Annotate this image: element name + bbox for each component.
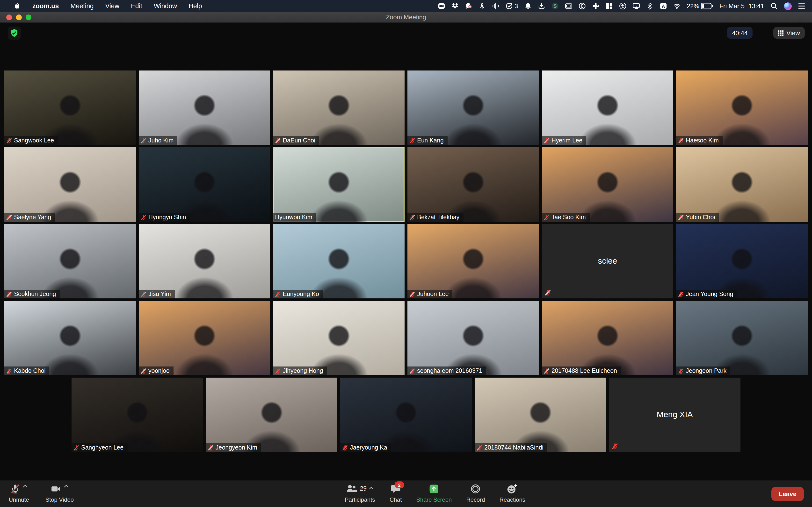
chat-button[interactable]: 2 Chat <box>390 481 402 507</box>
participant-tile[interactable]: Jean Young Song Jean Young Song <box>676 224 808 298</box>
participant-tile[interactable]: Hyunwoo Kim Hyunwoo Kim <box>273 147 405 222</box>
participant-tile[interactable]: Meng XIA Meng XIA <box>609 378 741 452</box>
waveform-icon[interactable] <box>492 2 500 10</box>
battery-percent: 22% <box>687 2 699 10</box>
participant-tile[interactable]: Hyerim Lee Hyerim Lee <box>542 70 673 145</box>
sidecar-icon[interactable] <box>565 2 572 10</box>
participant-name: Bekzat Tilekbay <box>417 214 459 221</box>
shottr-icon[interactable]: S <box>551 2 558 10</box>
participant-name: Hyungyu Shin <box>148 214 186 221</box>
participant-tile[interactable]: sclee sclee <box>542 224 673 298</box>
participant-tile[interactable]: 20180744 NabilaSindi 20180744 NabilaSind… <box>475 378 606 452</box>
dropbox-icon[interactable] <box>452 2 459 10</box>
leave-button[interactable]: Leave <box>771 487 804 501</box>
participant-silhouette <box>542 147 673 222</box>
muted-mic-icon <box>6 214 12 220</box>
view-button[interactable]: View <box>773 27 805 39</box>
unmute-label: Unmute <box>9 496 29 503</box>
siri-icon[interactable] <box>784 2 792 10</box>
chevron-up-icon[interactable] <box>64 485 69 488</box>
record-button[interactable]: Record <box>466 481 485 507</box>
blocks-icon[interactable] <box>605 2 613 10</box>
muted-mic-icon <box>141 137 146 144</box>
participant-name: Jeongyeon Kim <box>215 444 257 451</box>
participant-tile[interactable]: Tae Soo Kim Tae Soo Kim <box>542 147 673 222</box>
chevron-up-icon[interactable] <box>369 487 374 490</box>
zoom-window-button[interactable] <box>26 14 32 20</box>
participant-name-label: 20170488 Lee Euicheon <box>542 367 621 375</box>
accessibility-icon[interactable] <box>619 2 626 10</box>
participant-tile[interactable]: Seokhun Jeong Seokhun Jeong <box>4 224 136 298</box>
menu-clock[interactable]: Fri Mar 5 13:41 <box>719 2 764 10</box>
airplay-icon[interactable] <box>632 2 640 10</box>
muted-mic-icon <box>544 368 550 374</box>
menu-item-appname[interactable]: zoom.us <box>33 2 59 10</box>
participant-name-label: Kabdo Choi <box>4 367 50 375</box>
video-camera-icon[interactable] <box>438 2 445 10</box>
chevron-up-icon[interactable] <box>23 485 28 488</box>
minimize-window-button[interactable] <box>16 14 22 20</box>
participant-tile[interactable]: Bekzat Tilekbay Bekzat Tilekbay <box>407 147 539 222</box>
participant-tile[interactable]: 20170488 Lee Euicheon 20170488 Lee Euich… <box>542 301 673 375</box>
menu-item-view[interactable]: View <box>105 2 119 10</box>
close-window-button[interactable] <box>6 14 12 20</box>
tasks-check-icon[interactable]: 3 <box>506 2 518 10</box>
participant-name-label: Haesoo Kim <box>676 136 723 145</box>
security-shield-icon[interactable] <box>8 26 21 40</box>
stop-video-button[interactable]: Stop Video <box>45 481 74 507</box>
unmute-button[interactable]: Unmute <box>9 481 29 507</box>
participant-tile[interactable]: Sangwook Lee Sangwook Lee <box>4 70 136 145</box>
participant-tile[interactable]: Eunyoung Ko Eunyoung Ko <box>273 224 405 298</box>
participant-silhouette <box>4 70 136 145</box>
zero-circle-icon[interactable] <box>578 2 586 10</box>
participant-tile[interactable]: Jisu Yim Jisu Yim <box>139 224 270 298</box>
participant-tile[interactable]: Juhoon Lee Juhoon Lee <box>407 224 539 298</box>
share-screen-button[interactable]: Share Screen <box>416 481 452 507</box>
menu-item-edit[interactable]: Edit <box>131 2 142 10</box>
participants-icon <box>346 484 357 494</box>
participant-tile[interactable]: Jeongyeon Kim Jeongyeon Kim <box>206 378 337 452</box>
participant-silhouette <box>407 301 539 375</box>
participant-tile[interactable]: Eun Kang Eun Kang <box>407 70 539 145</box>
participant-tile[interactable]: DaEun Choi DaEun Choi <box>273 70 405 145</box>
participant-tile[interactable]: Jaeryoung Ka Jaeryoung Ka <box>340 378 472 452</box>
participant-tile[interactable]: Jihyeong Hong Jihyeong Hong <box>273 301 405 375</box>
participant-tile[interactable]: Juho Kim Juho Kim <box>139 70 270 145</box>
participant-tile[interactable]: yoonjoo yoonjoo <box>139 301 270 375</box>
control-center-icon[interactable] <box>798 2 805 10</box>
wifi-icon[interactable] <box>673 2 680 10</box>
participant-tile[interactable]: Kabdo Choi Kabdo Choi <box>4 301 136 375</box>
participant-name-label: Jaeryoung Ka <box>340 443 391 452</box>
participant-tile[interactable]: Haesoo Kim Haesoo Kim <box>676 70 808 145</box>
input-source-icon[interactable]: A <box>660 2 667 10</box>
participant-tile[interactable]: Jeongeon Park Jeongeon Park <box>676 301 808 375</box>
bluetooth-icon[interactable] <box>646 2 653 10</box>
notification-bubble-icon[interactable]: N <box>465 2 472 10</box>
menu-item-help[interactable]: Help <box>189 2 202 10</box>
downloads-icon[interactable] <box>538 2 545 10</box>
participant-name: Hyunwoo Kim <box>275 214 312 221</box>
reactions-button[interactable]: Reactions <box>500 481 525 507</box>
muted-mic-icon <box>275 368 281 374</box>
muted-mic-icon <box>678 214 684 220</box>
participant-tile[interactable]: Yubin Choi Yubin Choi <box>676 147 808 222</box>
apple-menu-icon[interactable] <box>13 2 21 10</box>
participant-name: Jean Young Song <box>686 291 733 297</box>
spotlight-icon[interactable] <box>770 2 778 10</box>
participant-silhouette <box>71 378 203 452</box>
participant-tile[interactable]: seongha eom 20160371 seongha eom 2016037… <box>407 301 539 375</box>
installer-icon[interactable] <box>592 2 599 10</box>
participant-name: Kabdo Choi <box>14 368 46 374</box>
participant-tile[interactable]: Hyungyu Shin Hyungyu Shin <box>139 147 270 222</box>
muted-mic-icon <box>409 291 415 297</box>
menu-item-window[interactable]: Window <box>154 2 177 10</box>
muted-mic-icon <box>409 214 415 220</box>
muted-mic-icon <box>678 291 684 297</box>
menu-item-meeting[interactable]: Meeting <box>70 2 94 10</box>
rocket-icon[interactable] <box>479 2 486 10</box>
participants-button[interactable]: 29 Participants <box>345 481 375 507</box>
bell-icon[interactable] <box>524 2 531 10</box>
participant-name-label: Juhoon Lee <box>407 290 453 298</box>
participant-tile[interactable]: Sanghyeon Lee Sanghyeon Lee <box>71 378 203 452</box>
participant-tile[interactable]: Saelyne Yang Saelyne Yang <box>4 147 136 222</box>
